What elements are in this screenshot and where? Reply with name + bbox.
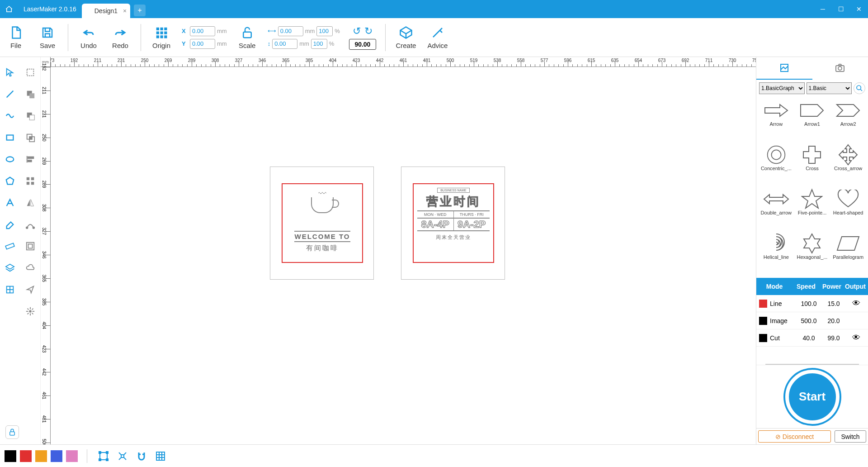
disconnect-icon: ⊘ (775, 433, 781, 440)
width-input[interactable] (278, 26, 303, 36)
burst-tool[interactable] (20, 300, 41, 322)
svg-line-11 (7, 91, 14, 98)
scale-lock-button[interactable]: Scale (236, 25, 259, 49)
shape-concentric[interactable]: Concentric_... (759, 144, 793, 186)
shape-arrow[interactable]: Arrow (759, 100, 793, 142)
rect-tool[interactable] (0, 127, 20, 148)
shape-helicalline[interactable]: Helical_line (759, 233, 793, 275)
layers-tool[interactable] (0, 257, 20, 279)
height-input[interactable] (272, 39, 297, 49)
shape-fivepointe[interactable]: Five-pointe... (795, 188, 830, 231)
search-icon[interactable] (854, 82, 865, 94)
home-icon[interactable] (0, 5, 18, 13)
shape-label: Double_arrow (761, 210, 792, 215)
add-tab-button[interactable]: + (134, 5, 146, 16)
eraser-tool[interactable] (0, 214, 20, 235)
rotate-ccw-icon[interactable]: ↺ (353, 25, 361, 37)
layer-row-cut[interactable]: Cut 40.0 99.0 👁 (756, 329, 868, 347)
canvas[interactable]: 〰 WELCOME TO 有间咖啡 BUSINESS NAME 营业时间 MON… (51, 67, 756, 444)
color-swatch[interactable] (66, 450, 78, 462)
shape-doublearrow[interactable]: Double_arrow (759, 188, 793, 231)
path-edit-tool[interactable] (20, 214, 41, 235)
color-swatch[interactable] (35, 450, 47, 462)
start-button[interactable]: Start (785, 370, 840, 424)
shape-subcategory-select[interactable]: 1.Basic (807, 82, 852, 94)
shapes-grid: ArrowArrow1Arrow2Concentric_...CrossCros… (756, 97, 868, 278)
h-pct-unit: % (329, 40, 335, 47)
shape-cross[interactable]: Cross (795, 144, 830, 186)
camera-tab[interactable] (812, 57, 868, 80)
shape-arrow1[interactable]: Arrow1 (795, 100, 830, 142)
undo-button[interactable]: Undo (77, 25, 100, 49)
origin-button[interactable]: Origin (150, 25, 173, 49)
connection-status[interactable]: ⊘Disconnect (758, 430, 831, 443)
svg-rect-32 (28, 244, 32, 248)
svg-rect-3 (156, 32, 159, 34)
height-pct-input[interactable] (311, 39, 327, 49)
layer-row-image[interactable]: Image 500.0 20.0 (756, 312, 868, 329)
shapes-tab[interactable] (756, 57, 812, 80)
mirror-tool[interactable] (20, 192, 41, 214)
document-tabs: Design1 × + (82, 0, 146, 18)
intersect-tool[interactable] (20, 127, 41, 148)
shape-category-select[interactable]: 1.BasicGraph (759, 82, 805, 94)
marquee-tool[interactable] (20, 62, 41, 83)
color-swatch[interactable] (20, 450, 32, 462)
maximize-button[interactable]: ☐ (832, 0, 850, 18)
select-tool[interactable] (0, 62, 20, 83)
width-pct-input[interactable] (316, 26, 333, 36)
shape-crossarrow[interactable]: Cross_arrow (831, 144, 865, 186)
design-card-1[interactable]: 〰 WELCOME TO 有间咖啡 (270, 167, 374, 280)
advice-button[interactable]: Advice (426, 25, 449, 49)
curve-tool[interactable] (0, 105, 20, 127)
polygon-tool[interactable] (0, 170, 20, 192)
start-label: Start (799, 390, 826, 404)
layer-name: Image (770, 317, 795, 324)
tab-design1[interactable]: Design1 × (82, 4, 130, 18)
create-button[interactable]: Create (395, 25, 417, 49)
rotate-cw-icon[interactable]: ↻ (364, 25, 373, 37)
design-card-2[interactable]: BUSINESS NAME 营业时间 MON · WED THURS · FRI… (401, 167, 505, 280)
union-tool[interactable] (20, 83, 41, 105)
lock-canvas-button[interactable] (5, 425, 19, 439)
magnet-tool[interactable] (134, 449, 149, 463)
svg-point-36 (29, 310, 31, 312)
close-button[interactable]: ✕ (850, 0, 868, 18)
color-swatch[interactable] (51, 450, 62, 462)
x-input[interactable] (190, 26, 215, 36)
cloud-tool[interactable] (20, 257, 41, 279)
redo-button[interactable]: Redo (109, 25, 132, 49)
grid-tool[interactable] (153, 449, 168, 463)
shape-hexagonal[interactable]: Hexagonal_... (795, 233, 830, 275)
text-tool[interactable] (0, 192, 20, 214)
layer-visibility-icon[interactable]: 👁 (845, 333, 868, 343)
layer-visibility-icon[interactable]: 👁 (845, 299, 868, 308)
line-tool[interactable] (0, 83, 20, 105)
array-tool[interactable] (0, 279, 20, 300)
layer-row-line[interactable]: Line 100.0 15.0 👁 (756, 295, 868, 312)
file-button[interactable]: File (5, 25, 27, 49)
group-tool[interactable] (20, 235, 41, 257)
save-button[interactable]: Save (36, 25, 59, 49)
ruler-tool[interactable] (0, 235, 20, 257)
align-tool[interactable] (20, 148, 41, 170)
shape-heartshaped[interactable]: Heart-shaped (831, 188, 865, 231)
fit-tool[interactable] (96, 449, 111, 463)
rotate-angle-input[interactable] (349, 39, 376, 50)
layer-color-swatch (759, 317, 767, 325)
file-label: File (10, 42, 21, 49)
minimize-button[interactable]: ─ (814, 0, 832, 18)
file-icon (9, 25, 23, 40)
switch-button[interactable]: Switch (835, 430, 866, 443)
y-input[interactable] (190, 39, 215, 49)
send-tool[interactable] (20, 279, 41, 300)
tab-close-icon[interactable]: × (123, 7, 127, 14)
ellipse-tool[interactable] (0, 148, 20, 170)
shape-parallelogram[interactable]: Parallelogram (831, 233, 865, 275)
zoom-tool[interactable] (115, 449, 130, 463)
subtract-tool[interactable] (20, 105, 41, 127)
distribute-tool[interactable] (20, 170, 41, 192)
shape-arrow2[interactable]: Arrow2 (831, 100, 865, 142)
layer-power: 20.0 (822, 317, 845, 324)
color-swatch[interactable] (5, 450, 16, 462)
